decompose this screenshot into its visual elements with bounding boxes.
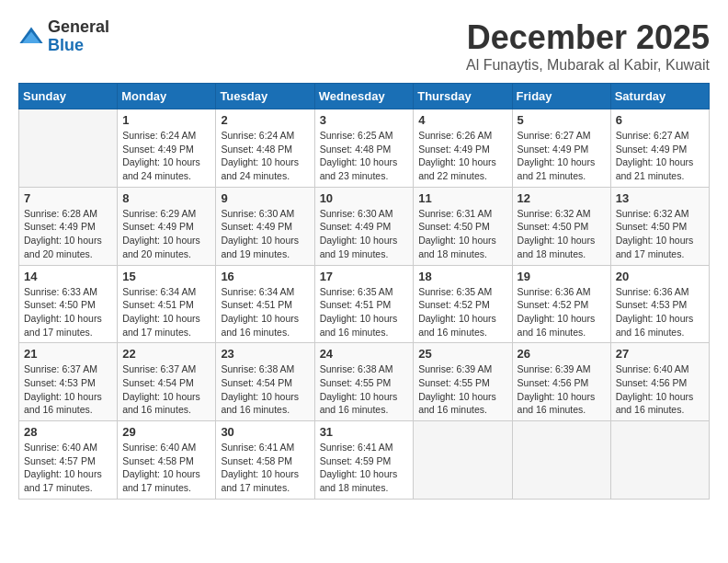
calendar-table: SundayMondayTuesdayWednesdayThursdayFrid… <box>18 83 710 500</box>
day-cell: 7Sunrise: 6:28 AMSunset: 4:49 PMDaylight… <box>19 187 118 265</box>
week-row-1: 1Sunrise: 6:24 AMSunset: 4:49 PMDaylight… <box>19 109 710 188</box>
day-number: 17 <box>320 270 409 283</box>
day-cell: 29Sunrise: 6:40 AMSunset: 4:58 PMDayligh… <box>118 421 216 500</box>
weekday-header-friday: Friday <box>512 84 610 109</box>
day-number: 19 <box>518 270 606 283</box>
weekday-header-sunday: Sunday <box>19 84 118 109</box>
day-info: Sunrise: 6:39 AMSunset: 4:55 PMDaylight:… <box>418 362 506 417</box>
day-number: 9 <box>221 191 309 205</box>
day-info: Sunrise: 6:28 AMSunset: 4:49 PMDaylight:… <box>24 207 112 261</box>
day-number: 8 <box>122 191 210 205</box>
day-number: 12 <box>518 191 606 205</box>
day-cell <box>414 421 512 500</box>
day-number: 14 <box>24 270 112 283</box>
day-info: Sunrise: 6:27 AMSunset: 4:49 PMDaylight:… <box>518 129 606 183</box>
day-info: Sunrise: 6:29 AMSunset: 4:49 PMDaylight:… <box>122 207 210 261</box>
day-cell: 16Sunrise: 6:34 AMSunset: 4:51 PMDayligh… <box>216 265 314 343</box>
weekday-header-monday: Monday <box>118 84 216 109</box>
day-number: 10 <box>320 191 409 205</box>
day-cell <box>610 421 709 500</box>
day-cell: 3Sunrise: 6:25 AMSunset: 4:48 PMDaylight… <box>314 109 414 188</box>
day-number: 24 <box>320 347 409 361</box>
day-cell: 9Sunrise: 6:30 AMSunset: 4:49 PMDaylight… <box>216 187 314 265</box>
week-row-5: 28Sunrise: 6:40 AMSunset: 4:57 PMDayligh… <box>19 421 710 500</box>
day-info: Sunrise: 6:34 AMSunset: 4:51 PMDaylight:… <box>122 285 210 339</box>
day-cell: 27Sunrise: 6:40 AMSunset: 4:56 PMDayligh… <box>610 343 709 421</box>
day-info: Sunrise: 6:32 AMSunset: 4:50 PMDaylight:… <box>616 207 704 261</box>
day-number: 11 <box>418 191 506 205</box>
day-info: Sunrise: 6:40 AMSunset: 4:58 PMDaylight:… <box>122 441 210 495</box>
weekday-header-tuesday: Tuesday <box>216 84 314 109</box>
day-info: Sunrise: 6:41 AMSunset: 4:59 PMDaylight:… <box>320 441 409 495</box>
day-cell: 6Sunrise: 6:27 AMSunset: 4:49 PMDaylight… <box>610 109 709 188</box>
day-number: 31 <box>320 425 409 439</box>
day-cell <box>512 421 610 500</box>
day-number: 25 <box>418 347 506 361</box>
day-info: Sunrise: 6:38 AMSunset: 4:54 PMDaylight:… <box>221 362 309 417</box>
day-cell: 18Sunrise: 6:35 AMSunset: 4:52 PMDayligh… <box>414 265 512 343</box>
day-number: 18 <box>418 270 506 283</box>
day-info: Sunrise: 6:24 AMSunset: 4:49 PMDaylight:… <box>122 129 210 183</box>
day-cell: 15Sunrise: 6:34 AMSunset: 4:51 PMDayligh… <box>118 265 216 343</box>
day-info: Sunrise: 6:34 AMSunset: 4:51 PMDaylight:… <box>221 285 309 339</box>
day-cell: 5Sunrise: 6:27 AMSunset: 4:49 PMDaylight… <box>512 109 610 188</box>
day-info: Sunrise: 6:40 AMSunset: 4:57 PMDaylight:… <box>24 441 112 495</box>
day-number: 4 <box>418 113 506 127</box>
calendar-subtitle: Al Funaytis, Mubarak al Kabir, Kuwait <box>466 57 710 74</box>
weekday-header-row: SundayMondayTuesdayWednesdayThursdayFrid… <box>19 84 710 109</box>
day-info: Sunrise: 6:30 AMSunset: 4:49 PMDaylight:… <box>221 207 309 261</box>
day-cell: 1Sunrise: 6:24 AMSunset: 4:49 PMDaylight… <box>118 109 216 188</box>
day-info: Sunrise: 6:38 AMSunset: 4:55 PMDaylight:… <box>320 362 409 417</box>
day-cell: 11Sunrise: 6:31 AMSunset: 4:50 PMDayligh… <box>414 187 512 265</box>
day-number: 23 <box>221 347 309 361</box>
day-number: 26 <box>518 347 606 361</box>
day-cell: 4Sunrise: 6:26 AMSunset: 4:49 PMDaylight… <box>414 109 512 188</box>
weekday-header-thursday: Thursday <box>414 84 512 109</box>
day-info: Sunrise: 6:32 AMSunset: 4:50 PMDaylight:… <box>518 207 606 261</box>
day-info: Sunrise: 6:36 AMSunset: 4:52 PMDaylight:… <box>518 285 606 339</box>
day-info: Sunrise: 6:37 AMSunset: 4:54 PMDaylight:… <box>122 362 210 417</box>
week-row-2: 7Sunrise: 6:28 AMSunset: 4:49 PMDaylight… <box>19 187 710 265</box>
day-number: 3 <box>320 113 409 127</box>
day-info: Sunrise: 6:35 AMSunset: 4:51 PMDaylight:… <box>320 285 409 339</box>
day-number: 6 <box>616 113 704 127</box>
calendar-title: December 2025 <box>466 18 710 57</box>
day-cell: 20Sunrise: 6:36 AMSunset: 4:53 PMDayligh… <box>610 265 709 343</box>
day-number: 22 <box>122 347 210 361</box>
day-cell: 31Sunrise: 6:41 AMSunset: 4:59 PMDayligh… <box>314 421 414 500</box>
week-row-3: 14Sunrise: 6:33 AMSunset: 4:50 PMDayligh… <box>19 265 710 343</box>
day-info: Sunrise: 6:40 AMSunset: 4:56 PMDaylight:… <box>616 362 704 417</box>
day-number: 29 <box>122 425 210 439</box>
day-number: 5 <box>518 113 606 127</box>
day-number: 30 <box>221 425 309 439</box>
day-cell: 25Sunrise: 6:39 AMSunset: 4:55 PMDayligh… <box>414 343 512 421</box>
day-number: 13 <box>616 191 704 205</box>
day-cell: 2Sunrise: 6:24 AMSunset: 4:48 PMDaylight… <box>216 109 314 188</box>
day-cell: 26Sunrise: 6:39 AMSunset: 4:56 PMDayligh… <box>512 343 610 421</box>
page-header: General Blue December 2025 Al Funaytis, … <box>18 18 710 74</box>
day-number: 2 <box>221 113 309 127</box>
day-number: 16 <box>221 270 309 283</box>
day-info: Sunrise: 6:26 AMSunset: 4:49 PMDaylight:… <box>418 129 506 183</box>
day-cell <box>19 109 118 188</box>
logo-text: General Blue <box>48 18 109 55</box>
day-number: 1 <box>122 113 210 127</box>
day-cell: 23Sunrise: 6:38 AMSunset: 4:54 PMDayligh… <box>216 343 314 421</box>
day-info: Sunrise: 6:33 AMSunset: 4:50 PMDaylight:… <box>24 285 112 339</box>
day-info: Sunrise: 6:30 AMSunset: 4:49 PMDaylight:… <box>320 207 409 261</box>
day-number: 27 <box>616 347 704 361</box>
day-info: Sunrise: 6:35 AMSunset: 4:52 PMDaylight:… <box>418 285 506 339</box>
day-cell: 28Sunrise: 6:40 AMSunset: 4:57 PMDayligh… <box>19 421 118 500</box>
day-number: 20 <box>616 270 704 283</box>
weekday-header-saturday: Saturday <box>610 84 709 109</box>
week-row-4: 21Sunrise: 6:37 AMSunset: 4:53 PMDayligh… <box>19 343 710 421</box>
logo: General Blue <box>18 18 109 55</box>
day-number: 7 <box>24 191 112 205</box>
logo-icon <box>18 24 44 50</box>
day-number: 28 <box>24 425 112 439</box>
day-cell: 22Sunrise: 6:37 AMSunset: 4:54 PMDayligh… <box>118 343 216 421</box>
day-cell: 21Sunrise: 6:37 AMSunset: 4:53 PMDayligh… <box>19 343 118 421</box>
day-info: Sunrise: 6:27 AMSunset: 4:49 PMDaylight:… <box>616 129 704 183</box>
day-info: Sunrise: 6:25 AMSunset: 4:48 PMDaylight:… <box>320 129 409 183</box>
day-cell: 10Sunrise: 6:30 AMSunset: 4:49 PMDayligh… <box>314 187 414 265</box>
